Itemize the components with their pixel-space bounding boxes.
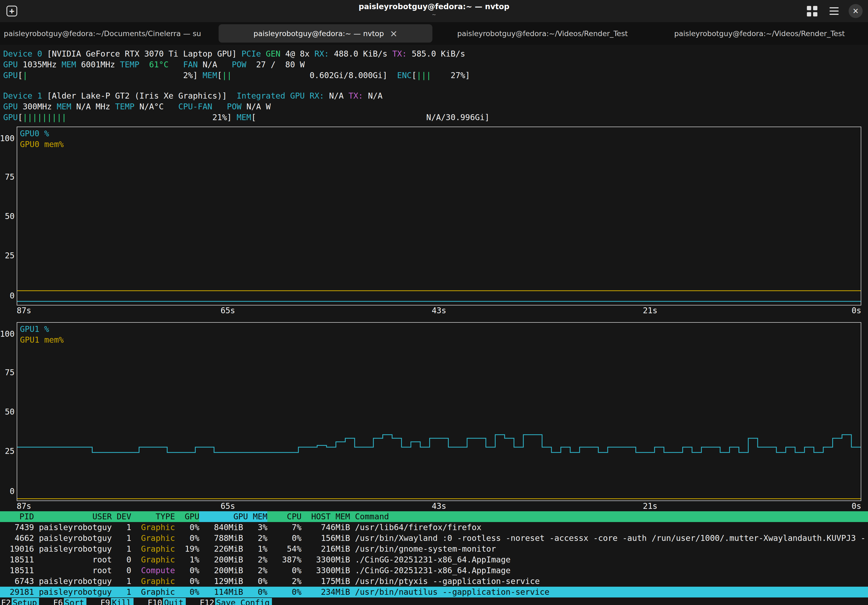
process-row[interactable]: 18511root0Graphic1%200MiB2%387%3300MiB./… <box>0 554 868 565</box>
window-close-button[interactable]: × <box>849 4 863 18</box>
cell-mem-pct: 2% <box>243 533 267 544</box>
menu-button[interactable] <box>826 3 842 19</box>
cell-cpu: 54% <box>267 544 301 554</box>
text-segment: RX: <box>315 49 334 59</box>
tab-label: paisleyrobotguy@fedora:~/Documents/Cinel… <box>4 29 201 38</box>
header-gpu[interactable]: GPU <box>175 511 199 522</box>
gpu1-utilization-chart: 100 75 50 25 0 GPU1 % GPU1 mem% 87s 65s … <box>0 322 868 511</box>
x-tick: 43s <box>432 501 446 511</box>
x-tick: 87s <box>17 306 31 316</box>
fkey-action: Quit <box>163 598 186 605</box>
text-segment: FAN <box>174 60 203 69</box>
function-key-f2[interactable]: F2Setup <box>1 598 39 605</box>
tab-render-test-2[interactable]: paisleyrobotguy@fedora:~/Videos/Render_T… <box>651 22 868 45</box>
gpu1-y-axis: 100 75 50 25 0 <box>0 322 17 501</box>
header-user[interactable]: USER <box>34 511 112 522</box>
tab-close-icon[interactable]: × <box>390 29 398 38</box>
fkey-name: F2 <box>1 598 12 605</box>
text-segment: POW <box>222 60 251 69</box>
header-pid[interactable]: PID <box>0 511 34 522</box>
cell-gpu-mem: 114MiB <box>199 587 243 597</box>
fkey-action: Save Config <box>215 598 272 605</box>
text-segment: MEM <box>62 60 81 69</box>
cell-gpu-mem: 788MiB <box>199 533 243 544</box>
tab-label: paisleyrobotguy@fedora:~ — nvtop <box>254 29 384 38</box>
x-tick: 43s <box>432 306 446 316</box>
text-segment: ||||||||| <box>23 113 67 122</box>
device0-info-line-2: GPU 1035MHz MEM 6001MHz TEMP 61°C FAN N/… <box>0 59 868 70</box>
fkey-action: Kill <box>111 598 133 605</box>
text-segment: TEMP <box>120 60 144 69</box>
text-segment: TX: <box>392 49 412 59</box>
cell-dev: 0 <box>112 554 131 565</box>
cell-dev: 1 <box>112 522 131 533</box>
device1-gauge-line: GPU[||||||||| 21%] MEM[ N/A/30.996Gi] <box>0 112 868 123</box>
tab-cinelerra[interactable]: paisleyrobotguy@fedora:~/Documents/Cinel… <box>0 22 217 45</box>
text-segment: 21%] <box>67 113 237 122</box>
x-tick: 21s <box>643 306 657 316</box>
cell-pid: 18511 <box>0 554 34 565</box>
process-row[interactable]: 18511root0Compute0%200MiB2%0%3300MiB./Ci… <box>0 565 868 576</box>
tab-nvtop-active[interactable]: paisleyrobotguy@fedora:~ — nvtop × <box>219 24 432 43</box>
x-tick: 65s <box>220 501 235 511</box>
function-key-f10[interactable]: F10Quit <box>147 598 186 605</box>
tab-render-test-1[interactable]: paisleyrobotguy@fedora:~/Videos/Render_T… <box>434 22 651 45</box>
text-segment: 2%] <box>28 71 203 80</box>
process-rows: 7439paisleyrobotguy1Graphic0%840MiB3%7%7… <box>0 522 868 597</box>
cell-host-mem: 3300MiB <box>302 565 350 576</box>
header-dev[interactable]: DEV <box>112 511 131 522</box>
text-segment: MEM <box>203 71 217 80</box>
cell-dev: 1 <box>112 533 131 544</box>
text-segment: N/A <box>368 91 383 101</box>
process-row[interactable]: 29181paisleyrobotguy1Graphic0%114MiB0%0%… <box>0 587 868 597</box>
gpu0-y-axis: 100 75 50 25 0 <box>0 127 17 306</box>
text-segment: 0.602Gi/8.000Gi] <box>232 71 397 80</box>
window-title-area: paisleyrobotguy@fedora:~ — nvtop ~ <box>0 2 868 17</box>
text-segment: Device 0 <box>3 49 47 59</box>
text-segment: GPU <box>3 102 23 111</box>
header-command[interactable]: Command <box>350 511 868 522</box>
cell-gpu-mem: 840MiB <box>199 522 243 533</box>
text-segment: 27%] <box>431 71 470 80</box>
text-segment: N/A <box>329 91 349 101</box>
header-type[interactable]: TYPE <box>132 511 175 522</box>
text-segment: N/A°C <box>140 102 169 111</box>
text-segment: MEM <box>57 102 76 111</box>
function-key-f9[interactable]: F9Kill <box>101 598 133 605</box>
text-segment: 6001MHz <box>81 60 120 69</box>
process-row[interactable]: 19016paisleyrobotguy1Graphic19%226MiB1%5… <box>0 544 868 554</box>
cell-command: /usr/bin/ptyxis --gapplication-service <box>350 576 868 587</box>
cell-type: Graphic <box>132 576 175 587</box>
header-host-mem[interactable]: HOST MEM <box>302 511 350 522</box>
text-segment: N/A W <box>246 102 271 111</box>
cell-dev: 1 <box>112 544 131 554</box>
header-gpu-mem-sort[interactable]: GPU MEM <box>199 511 267 522</box>
header-cpu[interactable]: CPU <box>267 511 301 522</box>
fkey-name: F12 <box>200 598 215 605</box>
hamburger-icon <box>829 7 839 15</box>
cell-mem-pct: 1% <box>243 544 267 554</box>
tab-label: paisleyrobotguy@fedora:~/Videos/Render_T… <box>457 29 628 38</box>
function-key-f6[interactable]: F6Sort <box>53 598 86 605</box>
legend-gpu0-mem-percent: GPU0 mem% <box>20 139 64 150</box>
process-row[interactable]: 6743paisleyrobotguy1Graphic0%129MiB0%2%1… <box>0 576 868 587</box>
process-row[interactable]: 4662paisleyrobotguy1Graphic0%788MiB2%0%1… <box>0 533 868 544</box>
text-segment: || <box>222 71 232 80</box>
cell-type: Graphic <box>132 554 175 565</box>
text-segment: N/A MHz <box>76 102 115 111</box>
new-tab-button[interactable]: + <box>4 3 19 19</box>
cell-gpu: 0% <box>175 533 199 544</box>
tab-overview-button[interactable] <box>804 3 820 19</box>
process-row[interactable]: 7439paisleyrobotguy1Graphic0%840MiB3%7%7… <box>0 522 868 533</box>
cell-command: ./CinGG-20251231-x86_64.AppImage <box>350 565 868 576</box>
cell-pid: 6743 <box>0 576 34 587</box>
window-subtitle: ~ <box>0 12 868 17</box>
y-tick: 75 <box>5 368 14 377</box>
terminal-screen[interactable]: Device 0 [NVIDIA GeForce RTX 3070 Ti Lap… <box>0 45 868 605</box>
text-segment: [NVIDIA GeForce RTX 3070 Ti Laptop GPU] <box>47 49 242 59</box>
process-table: PID USER DEV TYPE GPU GPU MEM CPU HOST M… <box>0 511 868 597</box>
legend-gpu1-mem-percent: GPU1 mem% <box>20 335 64 345</box>
function-key-f12[interactable]: F12Save Config <box>200 598 272 605</box>
text-segment: 1035MHz <box>23 60 62 69</box>
cell-user: paisleyrobotguy <box>34 576 112 587</box>
